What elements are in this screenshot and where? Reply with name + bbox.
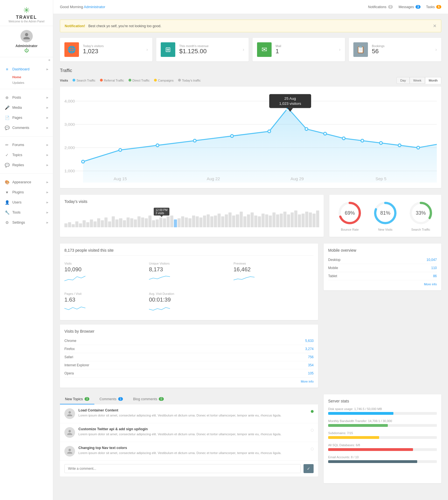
browser-opera: Opera 105 — [64, 369, 314, 378]
notifications-item[interactable]: Notifications 0 — [368, 5, 393, 9]
visitors-icon: 🌐 — [64, 42, 79, 57]
logo-text: TRAVEL — [0, 15, 53, 20]
collapse-button[interactable]: ◀ — [0, 57, 53, 62]
bar-7 — [90, 219, 93, 227]
sidebar-item-replies[interactable]: 💬 Replies ▶ — [0, 160, 53, 170]
legend-referral: Referral Traffic — [100, 79, 124, 82]
sidebar-item-forums[interactable]: ✏ Forums ▶ — [0, 140, 53, 150]
bounce-label: Bounce Rate — [341, 228, 359, 231]
mail-info: Mail 1 — [276, 44, 335, 55]
bar-23 — [148, 216, 151, 227]
sidebar-sub-home[interactable]: Home — [12, 74, 53, 80]
stat-card-revenue[interactable]: ⊞ This month's revenue $1.125.00 › — [156, 38, 249, 61]
svg-point-18 — [361, 139, 364, 142]
tab-week[interactable]: Week — [410, 77, 425, 84]
sidebar-item-dashboard[interactable]: ≡ Dashboard ▶ — [0, 64, 53, 74]
visited-title: 8,173 people visited this site — [64, 248, 314, 256]
visitors-arrow[interactable]: › — [146, 47, 148, 52]
sidebar-item-appearance[interactable]: 🎨 Appearance ▶ — [0, 177, 53, 187]
stat-card-visitors[interactable]: 🌐 Today's visitors 1,023 › — [60, 38, 152, 61]
sidebar-item-settings[interactable]: ⚙ Settings ▶ — [0, 217, 53, 228]
bar-5 — [83, 220, 86, 227]
bar-14 — [115, 219, 118, 227]
sidebar-item-topics[interactable]: ✓ Topics ▶ — [0, 150, 53, 160]
tab-day[interactable]: Day — [396, 77, 409, 84]
bar-53 — [258, 216, 261, 227]
sidebar-item-media[interactable]: 🎤 Media ▶ — [0, 103, 53, 113]
bookings-icon: 📋 — [353, 42, 368, 57]
browser-safari: Safari 756 — [64, 353, 314, 361]
bar-0 — [64, 223, 67, 227]
revenue-arrow[interactable]: › — [243, 47, 244, 52]
bar-43 — [221, 216, 224, 227]
bar-9 — [97, 218, 100, 227]
dashboard-icon: ≡ — [4, 67, 10, 72]
admin-link[interactable]: Administrator — [84, 5, 105, 9]
bar-45 — [228, 212, 232, 227]
stat-card-bookings[interactable]: 📋 Bookings 56 › — [349, 38, 441, 61]
mobile-desktop: Desktop 10,047 — [328, 256, 437, 264]
sidebar-item-users[interactable]: 👤 Users ▶ — [0, 197, 53, 207]
browser-ie: Internet Explorer 354 — [64, 361, 314, 369]
bar-21 — [141, 217, 144, 227]
stats-section: 8,173 people visited this site Visits 10… — [60, 244, 441, 388]
bar-44 — [225, 214, 228, 227]
replies-icon: 💬 — [4, 163, 10, 168]
sidebar-item-plugins[interactable]: ♥ Plugins ▶ — [0, 187, 53, 197]
svg-text:Sep 5: Sep 5 — [375, 176, 386, 181]
browser-more-link[interactable]: More info — [64, 380, 314, 383]
bookings-arrow[interactable]: › — [435, 47, 437, 52]
tab-blog-comments[interactable]: Blog comments 0 — [128, 394, 169, 404]
sidebar-item-pages[interactable]: 📄 Pages ▶ — [0, 113, 53, 123]
bar-26 — [159, 217, 162, 227]
comment-box: ✓ — [60, 461, 318, 476]
tab-comments[interactable]: Comments 1 — [94, 394, 128, 404]
today-left-panel: Today's visits 12:00 PM 3 visits — [60, 195, 324, 237]
bar-1 — [68, 222, 71, 227]
unique-stat-label: Unique Visitors — [149, 262, 229, 265]
sidebar-nav-dashboard: ≡ Dashboard ▶ Home Updates — [0, 62, 53, 87]
sidebar-item-tools[interactable]: 🔧 Tools ▶ — [0, 207, 53, 217]
stat-cards: 🌐 Today's visitors 1,023 › ⊞ This month'… — [60, 38, 441, 61]
tasks-badge: 6 — [436, 5, 441, 9]
revenue-label: This month's revenue — [179, 44, 239, 48]
bar-54 — [262, 214, 265, 227]
bar-13 — [112, 216, 115, 227]
left-stats: 8,173 people visited this site Visits 10… — [60, 244, 318, 388]
messages-item[interactable]: Messages 3 — [398, 5, 420, 9]
topic-excerpt-0: Lorem ipsum dolor sit amet, consectetur … — [78, 413, 307, 418]
chevron-icon: ▶ — [46, 96, 48, 99]
stat-card-mail[interactable]: ✉ Mail 1 › — [253, 38, 345, 61]
visitors-info: Today's visitors 1,023 — [83, 44, 143, 55]
tasks-item[interactable]: Tasks 6 — [426, 5, 441, 9]
bar-32 — [181, 216, 184, 227]
notification-close[interactable]: ✕ — [433, 23, 437, 29]
mobile-mobile: Mobile 110 — [328, 264, 437, 272]
bar-52 — [254, 216, 257, 227]
revenue-value: $1.125.00 — [179, 48, 239, 55]
visited-section: 8,173 people visited this site Visits 10… — [60, 244, 318, 320]
mail-arrow[interactable]: › — [339, 47, 340, 52]
duration-stat-value: 00:01:39 — [149, 297, 229, 303]
server-stat-bandwidth: Monthly Bandwidth Transfer: 14,706:1 / 3… — [328, 419, 437, 427]
posts-icon: ⊕ — [4, 95, 10, 100]
sidebar-item-comments[interactable]: 💬 Comments ▶ — [0, 123, 53, 133]
comment-send-button[interactable]: ✓ — [304, 464, 314, 473]
bar-46 — [232, 216, 235, 227]
mobile-more-link[interactable]: More info — [328, 283, 437, 286]
chevron-icon: ▶ — [46, 68, 48, 71]
visits-stat-label: Visits — [64, 262, 144, 265]
tab-month[interactable]: Month — [425, 77, 441, 84]
topic-body-1: Customize Twitter api & add sign up/logi… — [78, 427, 307, 437]
donut-wrapper-search: 33% — [408, 200, 433, 226]
sidebar-sub-updates[interactable]: Updates — [12, 80, 53, 85]
bar-62 — [291, 212, 294, 227]
bar-40 — [210, 216, 213, 227]
comment-input[interactable] — [64, 464, 301, 473]
sidebar-item-posts[interactable]: ⊕ Posts ▶ — [0, 92, 53, 103]
topic-avatar-1 — [64, 427, 75, 438]
svg-point-12 — [231, 135, 234, 137]
svg-point-10 — [156, 144, 159, 147]
notification-content: Notification! Best check yo self, you're… — [65, 24, 161, 28]
tab-new-topics[interactable]: New Topics 3 — [60, 394, 94, 404]
